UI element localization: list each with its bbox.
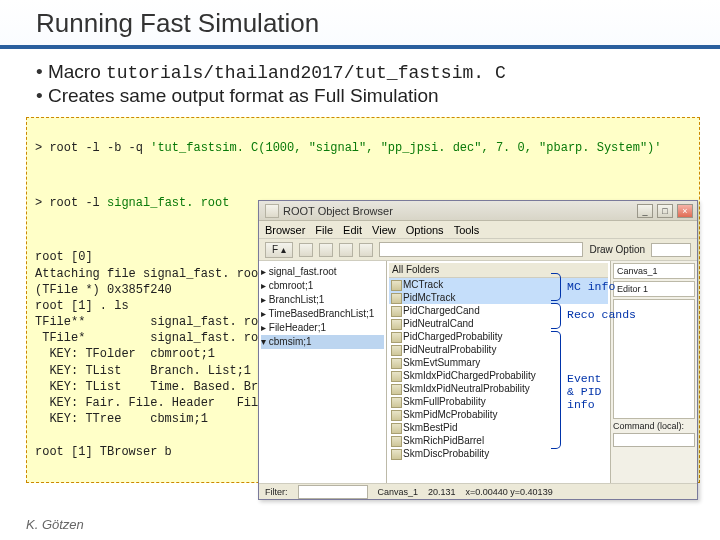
status-bar: Filter: Canvas_1 20.131 x=0.00440 y=0.40… [259,483,697,499]
toolbar: F ▴ Draw Option [259,239,697,261]
window-title: ROOT Object Browser [283,205,393,217]
right-panel: Canvas_1 Editor 1 Command (local): [611,261,697,483]
page-title: Running Fast Simulation [36,8,720,39]
bullet-list: Macro tutorials/thailand2017/tut_fastsim… [36,61,720,107]
tree-node[interactable]: ▸ TimeBasedBranchList;1 [261,307,384,321]
status-canvas: Canvas_1 [378,487,419,497]
minimize-button[interactable]: _ [637,204,653,218]
label-reco-cands: Reco cands [567,308,636,321]
list-item[interactable]: SkmBestPid [389,421,608,434]
maximize-button[interactable]: □ [657,204,673,218]
app-icon [265,204,279,218]
brace-reco [551,303,561,329]
toggle-icon[interactable]: F ▴ [265,242,293,258]
list-item[interactable]: SkmEvtSummary [389,356,608,369]
close-button[interactable]: × [677,204,693,218]
menu-bar: Browser File Edit View Options Tools [259,221,697,239]
up-icon[interactable] [339,243,353,257]
menu-tools[interactable]: Tools [454,224,480,236]
filter-label: Filter: [265,487,288,497]
menu-file[interactable]: File [315,224,333,236]
drawopt-field[interactable] [651,243,691,257]
browser-label: Browser [265,224,305,236]
tree-panel[interactable]: ▸ signal_fast.root ▸ cbmroot;1 ▸ BranchL… [259,261,387,483]
window-titlebar[interactable]: ROOT Object Browser _ □ × [259,201,697,221]
filter-input[interactable] [298,485,368,499]
cmd-line-1: > root -l -b -q 'tut_fastsim. C(1000, "s… [35,140,691,156]
tree-node[interactable]: ▸ cbmroot;1 [261,279,384,293]
list-item[interactable]: SkmDiscProbability [389,447,608,460]
list-item[interactable]: PidNeutralProbability [389,343,608,356]
tree-node[interactable]: ▸ BranchList;1 [261,293,384,307]
label-mc-info: MC info [567,280,615,293]
menu-edit[interactable]: Edit [343,224,362,236]
drawopt-label: Draw Option [589,244,645,255]
tree-node-selected[interactable]: ▾ cbmsim;1 [261,335,384,349]
back-icon[interactable] [299,243,313,257]
tree-node[interactable]: ▸ FileHeader;1 [261,321,384,335]
tree-node[interactable]: ▸ signal_fast.root [261,265,384,279]
list-item[interactable]: SkmRichPidBarrel [389,434,608,447]
editor-tab[interactable]: Editor 1 [613,281,695,297]
refresh-icon[interactable] [359,243,373,257]
list-header: All Folders [389,263,608,278]
brace-event [551,331,561,449]
slide-footer: K. Götzen [26,517,84,532]
menu-view[interactable]: View [372,224,396,236]
command-input[interactable] [613,433,695,447]
menu-options[interactable]: Options [406,224,444,236]
command-label: Command (local): [613,421,695,431]
fwd-icon[interactable] [319,243,333,257]
canvas-tab[interactable]: Canvas_1 [613,263,695,279]
bullet-2: Creates same output format as Full Simul… [36,85,720,107]
path-field[interactable] [379,242,584,257]
brace-mc [551,273,561,301]
status-coords: x=0.00440 y=0.40139 [466,487,553,497]
status-mid: 20.131 [428,487,456,497]
label-event-pid: Event & PID info [567,372,602,411]
root-browser-window: ROOT Object Browser _ □ × Browser File E… [258,200,698,500]
list-item[interactable]: PidChargedProbability [389,330,608,343]
bullet-1: Macro tutorials/thailand2017/tut_fastsim… [36,61,720,83]
